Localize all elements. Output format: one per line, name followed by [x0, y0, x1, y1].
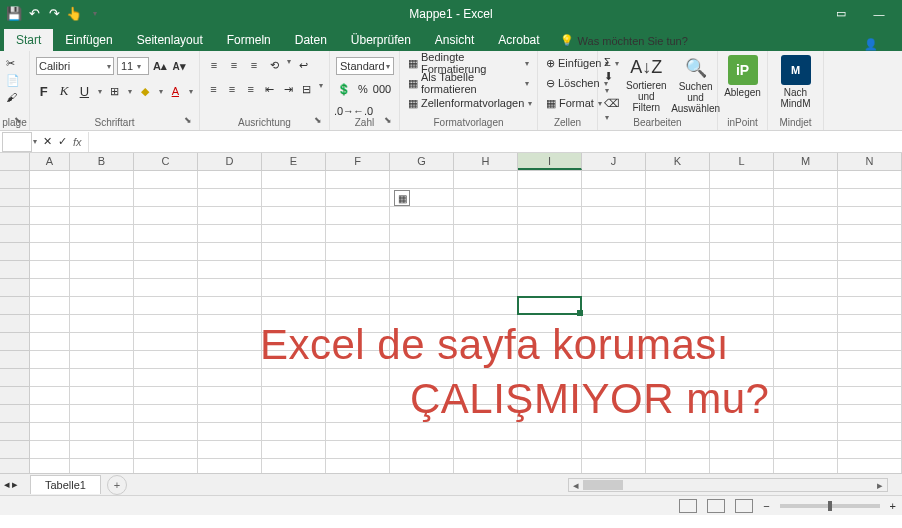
cell[interactable] — [838, 441, 902, 459]
cell[interactable] — [70, 297, 134, 315]
cell[interactable] — [646, 207, 710, 225]
redo-icon[interactable]: ↷ — [46, 6, 62, 22]
cell[interactable] — [30, 207, 70, 225]
cell[interactable] — [710, 225, 774, 243]
wrap-text-icon[interactable]: ↩ — [295, 57, 311, 73]
column-header-F[interactable]: F — [326, 153, 390, 170]
cell[interactable] — [262, 441, 326, 459]
format-cells-button[interactable]: ▦ Format▾ — [544, 93, 591, 113]
row-header[interactable] — [0, 423, 30, 441]
cell[interactable] — [518, 243, 582, 261]
cell[interactable] — [198, 243, 262, 261]
page-break-view-icon[interactable] — [735, 499, 753, 513]
column-header-D[interactable]: D — [198, 153, 262, 170]
cell[interactable] — [70, 207, 134, 225]
cell[interactable] — [518, 225, 582, 243]
cell[interactable] — [518, 441, 582, 459]
chevron-down-icon[interactable]: ▾ — [137, 62, 141, 71]
cell[interactable] — [646, 459, 710, 473]
cell[interactable] — [518, 261, 582, 279]
cell[interactable] — [710, 279, 774, 297]
row-header[interactable] — [0, 369, 30, 387]
cell[interactable] — [582, 243, 646, 261]
cell[interactable] — [390, 459, 454, 473]
cell[interactable] — [518, 297, 582, 315]
delete-cells-button[interactable]: ⊖ Löschen▾ — [544, 73, 591, 93]
cell[interactable] — [454, 171, 518, 189]
cell[interactable] — [30, 423, 70, 441]
cell[interactable] — [838, 261, 902, 279]
cell[interactable] — [582, 441, 646, 459]
cell[interactable] — [70, 171, 134, 189]
chevron-down-icon[interactable]: ▾ — [386, 62, 390, 71]
cell[interactable] — [70, 243, 134, 261]
font-launcher-icon[interactable]: ⬊ — [184, 115, 196, 127]
cell[interactable] — [198, 171, 262, 189]
cell[interactable] — [326, 423, 390, 441]
align-right-icon[interactable]: ≡ — [243, 81, 258, 97]
column-header-H[interactable]: H — [454, 153, 518, 170]
cell[interactable] — [198, 225, 262, 243]
cell[interactable] — [710, 297, 774, 315]
insert-cells-button[interactable]: ⊕ Einfügen▾ — [544, 53, 591, 73]
cell[interactable] — [326, 171, 390, 189]
cell[interactable] — [454, 297, 518, 315]
row-header[interactable] — [0, 261, 30, 279]
scroll-thumb[interactable] — [583, 480, 623, 490]
cell[interactable] — [326, 387, 390, 405]
cell[interactable] — [838, 423, 902, 441]
cell[interactable] — [30, 405, 70, 423]
cell[interactable] — [262, 387, 326, 405]
cell[interactable] — [326, 243, 390, 261]
zoom-slider[interactable] — [780, 504, 880, 508]
cell[interactable] — [774, 423, 838, 441]
row-header[interactable] — [0, 405, 30, 423]
row-header[interactable] — [0, 279, 30, 297]
zoom-out-icon[interactable]: − — [763, 500, 769, 512]
cell[interactable] — [262, 405, 326, 423]
cell[interactable] — [838, 387, 902, 405]
cell[interactable] — [326, 189, 390, 207]
cell[interactable] — [134, 279, 198, 297]
cell[interactable] — [30, 387, 70, 405]
chevron-down-icon[interactable]: ▾ — [98, 87, 102, 96]
cell[interactable] — [30, 297, 70, 315]
cell[interactable] — [774, 261, 838, 279]
cell[interactable] — [390, 261, 454, 279]
cell[interactable] — [70, 369, 134, 387]
autosum-icon[interactable]: Σ ▾ — [604, 56, 620, 68]
cell[interactable] — [582, 261, 646, 279]
cell[interactable] — [774, 207, 838, 225]
align-launcher-icon[interactable]: ⬊ — [314, 115, 326, 127]
cell[interactable] — [774, 315, 838, 333]
undo-icon[interactable]: ↶ — [26, 6, 42, 22]
page-layout-view-icon[interactable] — [707, 499, 725, 513]
font-size-input[interactable] — [118, 60, 136, 72]
cell[interactable] — [134, 441, 198, 459]
cell[interactable] — [134, 459, 198, 473]
cell[interactable] — [198, 423, 262, 441]
formula-input[interactable] — [88, 132, 902, 152]
cell[interactable] — [198, 315, 262, 333]
cell[interactable] — [710, 189, 774, 207]
sheet-tab-tabelle1[interactable]: Tabelle1 — [30, 475, 101, 494]
align-middle-icon[interactable]: ≡ — [226, 57, 242, 73]
font-name-input[interactable] — [39, 60, 106, 72]
cell[interactable] — [262, 261, 326, 279]
chevron-down-icon[interactable]: ▾ — [33, 137, 37, 146]
cell[interactable] — [198, 369, 262, 387]
cell[interactable] — [30, 441, 70, 459]
cell[interactable] — [838, 189, 902, 207]
cell[interactable] — [454, 261, 518, 279]
cell[interactable] — [582, 171, 646, 189]
cell[interactable] — [390, 243, 454, 261]
cell[interactable] — [838, 243, 902, 261]
cell[interactable] — [326, 441, 390, 459]
cell[interactable] — [134, 351, 198, 369]
italic-button[interactable]: K — [56, 83, 71, 99]
mindmanager-icon[interactable]: M — [781, 55, 811, 85]
row-header[interactable] — [0, 171, 30, 189]
tab-ueberpruefen[interactable]: Überprüfen — [339, 29, 423, 51]
cell[interactable] — [390, 423, 454, 441]
cell[interactable] — [774, 459, 838, 473]
